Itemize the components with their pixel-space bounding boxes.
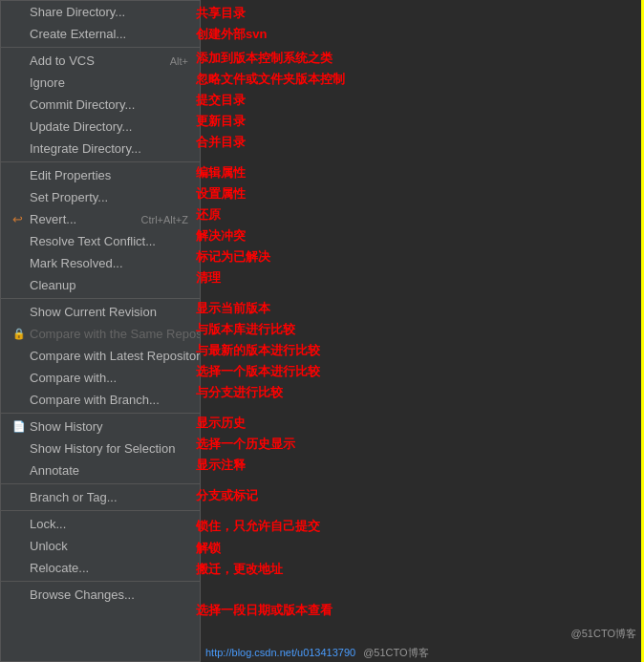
menu-item-compare-latest-repo[interactable]: Compare with Latest Repository Version <box>1 345 200 367</box>
ann-ignore: 忽略文件或文件夹版本控制 <box>196 71 345 88</box>
ignore-label: Ignore <box>30 75 188 90</box>
main-container: Share Directory... Create External... Ad… <box>0 0 644 662</box>
ann-integrate: 合并目录 <box>196 134 246 151</box>
watermark: @51CTO博客 <box>571 627 636 641</box>
relocate-label: Relocate... <box>30 561 188 575</box>
menu-item-branch-or-tag[interactable]: Branch or Tag... <box>1 486 200 508</box>
menu-item-mark-resolved[interactable]: Mark Resolved... <box>1 252 200 274</box>
menu-item-integrate-directory[interactable]: Integrate Directory... <box>1 138 200 160</box>
ann-comparebranch: 与分支进行比较 <box>196 384 283 401</box>
menu-item-share-directory[interactable]: Share Directory... <box>1 1 200 23</box>
mark-resolved-label: Mark Resolved... <box>30 256 188 270</box>
annotate-label: Annotate <box>30 463 188 478</box>
revert-shortcut: Ctrl+Alt+Z <box>140 214 188 225</box>
ann-update: 更新目录 <box>196 113 246 130</box>
menu-item-compare-with[interactable]: Compare with... <box>1 367 200 389</box>
url-bar: http://blog.csdn.net/u013413790 @51CTO博客 <box>201 643 641 662</box>
ann-relocate: 搬迁，更改地址 <box>196 561 283 578</box>
ann-branch: 分支或标记 <box>196 487 258 504</box>
separator-2 <box>1 161 200 162</box>
revert-icon: ↩ <box>12 212 30 226</box>
lock-label: Lock... <box>30 517 188 531</box>
compare-with-label: Compare with... <box>30 371 188 385</box>
menu-item-compare-same-repo[interactable]: 🔒 Compare with the Same Repository Versi… <box>1 323 200 345</box>
menu-item-annotate[interactable]: Annotate <box>1 459 200 481</box>
menu-item-resolve-text-conflict[interactable]: Resolve Text Conflict... <box>1 230 200 252</box>
menu-item-show-history[interactable]: 📄 Show History <box>1 416 200 438</box>
ann-comparewith: 选择一个版本进行比较 <box>196 363 320 380</box>
integrate-directory-label: Integrate Directory... <box>30 141 188 156</box>
ann-addvcs: 添加到版本控制系统之类 <box>196 50 333 67</box>
lock-icon: 🔒 <box>12 328 30 340</box>
ann-lock: 锁住，只允许自己提交 <box>196 518 320 535</box>
menu-item-update-directory[interactable]: Update Directory... <box>1 116 200 138</box>
annotations-panel: 共享目录 创建外部svn 添加到版本控制系统之类 忽略文件或文件夹版本控制 提交… <box>191 0 644 662</box>
ann-comparelatest: 与最新的版本进行比较 <box>196 342 320 359</box>
resolve-conflict-label: Resolve Text Conflict... <box>30 234 188 248</box>
compare-same-repo-label: Compare with the Same Repository Version <box>30 327 201 341</box>
menu-item-cleanup[interactable]: Cleanup <box>1 274 200 296</box>
browse-changes-label: Browse Changes... <box>30 587 188 602</box>
ann-share: 共享目录 <box>196 5 246 22</box>
show-history-selection-label: Show History for Selection <box>30 441 188 456</box>
compare-branch-label: Compare with Branch... <box>30 393 188 407</box>
cleanup-label: Cleanup <box>30 278 188 292</box>
update-directory-label: Update Directory... <box>30 119 188 134</box>
edit-properties-label: Edit Properties <box>30 168 188 182</box>
menu-item-show-current-revision[interactable]: Show Current Revision <box>1 301 200 323</box>
commit-directory-label: Commit Directory... <box>30 97 188 112</box>
show-history-label: Show History <box>30 419 188 434</box>
menu-item-create-external[interactable]: Create External... <box>1 23 200 45</box>
ann-comparesame: 与版本库进行比较 <box>196 321 295 338</box>
separator-4 <box>1 413 200 414</box>
revert-label: Revert... <box>30 212 133 226</box>
add-vcs-label: Add to VCS <box>30 53 162 68</box>
menu-item-unlock[interactable]: Unlock <box>1 535 200 557</box>
menu-item-browse-changes[interactable]: Browse Changes... <box>1 584 200 606</box>
separator-7 <box>1 581 200 582</box>
separator-1 <box>1 47 200 48</box>
unlock-label: Unlock <box>30 539 188 553</box>
watermark-text: @51CTO博客 <box>363 646 428 660</box>
ann-create: 创建外部svn <box>196 26 267 43</box>
show-history-icon: 📄 <box>12 420 30 433</box>
ann-editprop: 编辑属性 <box>196 164 246 182</box>
ann-resolve: 解决冲突 <box>196 227 246 245</box>
menu-item-compare-branch[interactable]: Compare with Branch... <box>1 389 200 411</box>
menu-item-edit-properties[interactable]: Edit Properties <box>1 164 200 186</box>
menu-item-add-to-vcs[interactable]: Add to VCS Alt+ <box>1 50 200 72</box>
create-external-label: Create External... <box>30 27 188 41</box>
menu-item-relocate[interactable]: Relocate... <box>1 557 200 579</box>
ann-showhistory: 显示历史 <box>196 415 246 432</box>
separator-5 <box>1 483 200 484</box>
separator-6 <box>1 510 200 511</box>
context-menu: Share Directory... Create External... Ad… <box>0 0 201 662</box>
ann-setprop: 设置属性 <box>196 185 246 203</box>
ann-browse: 选择一段日期或版本查看 <box>196 602 333 619</box>
ann-annotate: 显示注释 <box>196 457 246 474</box>
menu-item-show-history-selection[interactable]: Show History for Selection <box>1 438 200 459</box>
show-current-revision-label: Show Current Revision <box>30 305 188 319</box>
menu-item-set-property[interactable]: Set Property... <box>1 186 200 208</box>
menu-item-lock[interactable]: Lock... <box>1 513 200 535</box>
ann-commit: 提交目录 <box>196 92 246 109</box>
add-vcs-shortcut: Alt+ <box>170 55 188 67</box>
branch-tag-label: Branch or Tag... <box>30 490 188 504</box>
compare-latest-label: Compare with Latest Repository Version <box>30 349 201 363</box>
separator-3 <box>1 298 200 299</box>
menu-item-revert[interactable]: ↩ Revert... Ctrl+Alt+Z <box>1 208 200 230</box>
share-directory-label: Share Directory... <box>30 5 188 19</box>
menu-item-commit-directory[interactable]: Commit Directory... <box>1 94 200 116</box>
url-text: http://blog.csdn.net/u013413790 <box>205 647 355 658</box>
ann-mark: 标记为已解决 <box>196 248 270 266</box>
set-property-label: Set Property... <box>30 190 188 204</box>
menu-item-ignore[interactable]: Ignore <box>1 72 200 94</box>
ann-showhistsel: 选择一个历史显示 <box>196 436 295 453</box>
ann-showcurr: 显示当前版本 <box>196 300 270 317</box>
